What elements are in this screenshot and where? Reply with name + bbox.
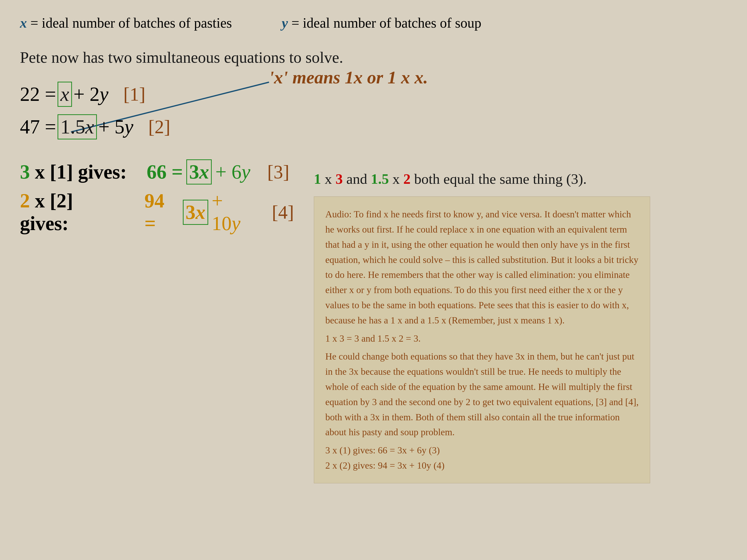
gives-eq3-boxed: 3x — [186, 159, 212, 185]
num-1: 1 — [314, 171, 321, 187]
gives-label-text-3: x [1] gives: — [35, 161, 127, 183]
audio-para-2: 1 x 3 = 3 and 1.5 x 2 = 3. — [325, 331, 639, 346]
both-equal-text: both equal the same thing (3). — [414, 171, 587, 187]
y-equals-text: = ideal number of batches of soup — [291, 15, 481, 31]
right-panel: 1 x 3 and 1.5 x 2 both equal the same th… — [314, 82, 727, 483]
audio-para-4: 3 x (1) gives: 66 = 3x + 6y (3) — [325, 443, 639, 458]
num-3: 3 — [336, 171, 343, 187]
eq2-label: [2] — [148, 116, 171, 138]
gives-eq4-tag: [4] — [272, 202, 294, 223]
header: x = ideal number of batches of pasties y… — [20, 15, 727, 31]
equal-thing-text: 1 x 3 and 1.5 x 2 both equal the same th… — [314, 169, 727, 189]
gives-eq4-rhs: + 10y — [212, 189, 255, 235]
x-equals-text: = ideal number of batches of pasties — [30, 15, 232, 31]
page: x = ideal number of batches of pasties y… — [0, 0, 747, 560]
num-1.5: 1.5 — [371, 171, 389, 187]
eq2-rhs: + 5y — [98, 115, 133, 138]
equations-panel: 22 = x + 2y [1] 47 = 1.5x + 5y [2] 3 x [… — [20, 82, 294, 483]
x-definition: x = ideal number of batches of pasties — [20, 15, 232, 31]
audio-para-1: Audio: To find x he needs first to know … — [325, 207, 639, 328]
gives-eq4-boxed: 3x — [183, 200, 208, 225]
gives-label-3: 3 x [1] gives: — [20, 161, 127, 183]
audio-box: Audio: To find x he needs first to know … — [314, 196, 650, 483]
gives-eq4-lhs: 94 = — [145, 189, 179, 235]
gives-multiplier-4: 2 — [20, 190, 30, 212]
eq1-rhs: + 2y — [74, 83, 109, 106]
eq2-lhs: 47 = — [20, 115, 56, 138]
gives-row-4: 2 x [2] gives: 94 = 3x + 10y [4] — [20, 189, 294, 235]
equation-1-row: 22 = x + 2y [1] — [20, 82, 294, 107]
and-text: and — [346, 171, 371, 187]
gives-label-4: 2 x [2] gives: — [20, 189, 125, 235]
gives-eq-4: 94 = 3x + 10y [4] — [145, 189, 294, 235]
gives-eq3-lhs: 66 = — [147, 161, 183, 183]
gives-row-3: 3 x [1] gives: 66 = 3x + 6y [3] — [20, 159, 294, 185]
y-variable: y — [282, 15, 288, 31]
gives-eq3-rhs: + 6y — [215, 161, 250, 183]
eq2-boxed-1.5x: 1.5x — [57, 114, 97, 139]
eq1-label: [1] — [123, 83, 146, 105]
eq1-boxed-x: x — [57, 82, 72, 107]
gives-eq3-tag: [3] — [267, 161, 289, 183]
x-variable: x — [20, 15, 27, 31]
x-times-2-text: x — [392, 171, 404, 187]
main-content: 22 = x + 2y [1] 47 = 1.5x + 5y [2] 3 x [… — [20, 82, 727, 483]
num-2: 2 — [403, 171, 411, 187]
gives-eq-3: 66 = 3x + 6y [3] — [147, 159, 289, 185]
bottom-equations: 3 x [1] gives: 66 = 3x + 6y [3] 2 x [2] … — [20, 159, 294, 235]
equation-2-row: 47 = 1.5x + 5y [2] — [20, 114, 294, 139]
x-times-3-text: x — [325, 171, 336, 187]
intro-text: Pete now has two simultaneous equations … — [20, 48, 727, 67]
audio-para-3: He could change both equations so that t… — [325, 349, 639, 440]
y-definition: y = ideal number of batches of soup — [282, 15, 481, 31]
eq1-lhs: 22 = — [20, 83, 56, 106]
audio-para-5: 2 x (2) gives: 94 = 3x + 10y (4) — [325, 458, 639, 473]
gives-multiplier-3: 3 — [20, 161, 30, 183]
